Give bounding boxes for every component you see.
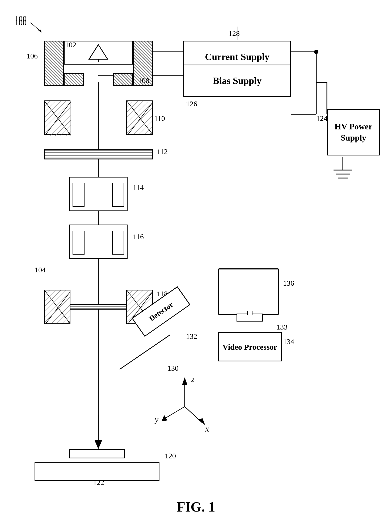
svg-line-35: [45, 101, 55, 112]
gun-triangle: [88, 43, 109, 62]
bias-supply-box: Bias Supply: [183, 65, 291, 97]
current-supply-label: Current Supply: [205, 51, 269, 62]
svg-line-26: [31, 23, 41, 32]
label-124: 124: [316, 114, 327, 123]
stage: [35, 449, 159, 481]
video-processor-label: Video Processor: [222, 342, 277, 352]
aperture-area: [64, 73, 133, 86]
svg-marker-28: [89, 45, 108, 59]
svg-line-63: [45, 296, 70, 322]
label-132: 132: [186, 332, 197, 341]
label-110: 110: [154, 114, 165, 123]
hv-power-box: HV Power Supply: [327, 109, 380, 155]
svg-line-47: [127, 101, 138, 112]
label-104: 104: [35, 266, 46, 274]
svg-line-55: [148, 130, 153, 135]
svg-line-54: [143, 125, 153, 135]
video-processor-box: Video Processor: [218, 332, 282, 361]
label-130: 130: [167, 364, 179, 373]
bias-supply-label: Bias Supply: [213, 75, 262, 86]
svg-line-66: [61, 314, 70, 324]
label-136: 136: [283, 279, 294, 288]
label-133: 133: [276, 323, 288, 331]
label-134: 134: [283, 337, 294, 346]
condenser-lens: [44, 100, 153, 135]
label-112: 112: [157, 147, 168, 156]
blanker-plate: [44, 149, 153, 159]
monitor: [218, 268, 282, 322]
label-106: 106: [27, 52, 38, 60]
svg-line-62: [45, 290, 70, 317]
svg-line-59: [45, 290, 55, 301]
label-116: 116: [133, 233, 144, 241]
svg-point-6: [314, 50, 318, 54]
label-108: 108: [138, 77, 149, 85]
arrow-100: 100: [15, 15, 47, 36]
svg-line-23: [185, 407, 202, 423]
svg-marker-14: [94, 440, 102, 449]
svg-marker-20: [182, 377, 187, 385]
gun-housing-left: [44, 41, 64, 86]
svg-line-21: [165, 407, 185, 419]
svg-line-51: [127, 107, 153, 133]
svg-marker-24: [199, 418, 205, 425]
svg-line-15: [120, 335, 170, 369]
figure-caption: FIG. 1: [177, 499, 215, 515]
label-120: 120: [165, 452, 176, 460]
label-126: 126: [186, 100, 197, 108]
svg-line-67: [66, 320, 70, 324]
svg-text:100: 100: [15, 15, 27, 23]
label-z: z: [191, 374, 195, 384]
deflector1: [69, 177, 128, 211]
diagram-container: 100 100 Current Supply 128 Bias Supply 1…: [0, 0, 392, 532]
label-102: 102: [65, 41, 76, 49]
svg-marker-22: [162, 415, 167, 421]
svg-line-65: [55, 309, 70, 324]
label-114: 114: [133, 183, 144, 192]
label-x: x: [205, 424, 209, 434]
svg-line-53: [138, 120, 153, 135]
deflector2: [69, 225, 128, 259]
hv-power-label: HV Power Supply: [328, 121, 379, 143]
label-122: 122: [93, 478, 104, 487]
svg-line-50: [127, 101, 153, 128]
arrow-128: [234, 27, 242, 41]
label-y: y: [155, 415, 158, 424]
svg-line-71: [127, 290, 138, 301]
svg-line-42: [61, 125, 71, 136]
